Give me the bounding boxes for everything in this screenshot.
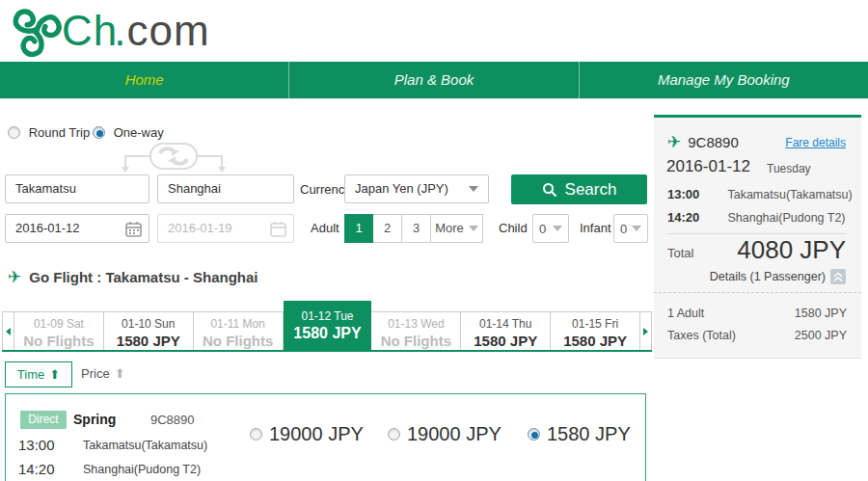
chevron-right-icon xyxy=(643,328,648,335)
date-tab-01-15[interactable]: 01-15 Fri 1580 JPY xyxy=(551,311,640,352)
nav-home[interactable]: Home xyxy=(0,62,289,98)
adult-count-2[interactable]: 2 xyxy=(373,214,402,243)
fare-details-link[interactable]: Fare details xyxy=(785,136,846,149)
return-date-input: 2016-01-19 xyxy=(157,214,294,243)
origin-input[interactable]: Takamatsu xyxy=(5,174,149,203)
chevron-down-icon xyxy=(469,226,478,231)
calendar-disabled-icon xyxy=(270,221,286,237)
one-way-radio[interactable] xyxy=(93,126,105,139)
child-count-select[interactable]: 0 xyxy=(532,214,569,243)
tab-price: No Flights xyxy=(371,333,460,349)
summary-depart-row: 13:00 Takamatsu(Takamatsu) xyxy=(667,185,853,202)
fare-price: 19000 JPY xyxy=(407,423,502,445)
date-tab-01-10[interactable]: 01-10 Sun 1580 JPY xyxy=(104,311,194,352)
sort-time-label: Time xyxy=(17,367,44,382)
search-icon xyxy=(542,182,557,198)
more-label: More xyxy=(435,215,464,242)
infant-count-value: 0 xyxy=(620,222,627,236)
tabs-next-button[interactable] xyxy=(640,311,652,352)
adult-count-more[interactable]: More xyxy=(431,214,483,243)
tab-date: 01-14 Thu xyxy=(461,317,550,331)
summary-arrive-time: 14:20 xyxy=(667,210,723,225)
infant-label: Infant xyxy=(580,221,611,235)
tab-price: 1580 JPY xyxy=(284,325,372,342)
go-flight-title: Go Flight : Takamatsu - Shanghai xyxy=(29,269,258,285)
infant-count-select[interactable]: 0 xyxy=(613,214,648,243)
nav-manage-booking[interactable]: Manage My Booking xyxy=(580,62,868,98)
fare-radio[interactable] xyxy=(250,428,262,441)
header: Ch.com xyxy=(0,0,868,62)
arrive-airport: Shanghai(Pudong T2) xyxy=(83,463,201,476)
fare-option-1[interactable]: 19000 JPY xyxy=(250,423,364,445)
plane-icon: ✈ xyxy=(667,132,681,152)
round-trip-option[interactable]: Round Trip xyxy=(8,125,90,140)
adult-count-3[interactable]: 3 xyxy=(402,214,431,243)
summary-depart-airport: Takamatsu(Takamatsu) xyxy=(727,188,852,201)
round-trip-radio[interactable] xyxy=(8,126,20,139)
logo-suffix: com xyxy=(126,7,209,54)
logo[interactable]: Ch.com xyxy=(10,5,210,57)
tab-price: 1580 JPY xyxy=(551,333,639,349)
depart-time: 13:00 xyxy=(18,437,55,453)
details-label: Details (1 Passenger) xyxy=(710,270,826,283)
child-count-value: 0 xyxy=(539,222,546,236)
collapse-icon[interactable] xyxy=(830,269,846,284)
fare-radio-selected[interactable] xyxy=(528,428,540,441)
sort-by-time-button[interactable]: Time ⬆ xyxy=(5,361,72,387)
tab-date: 01-10 Sun xyxy=(104,317,193,331)
one-way-option[interactable]: One-way xyxy=(93,125,164,140)
fare-radio[interactable] xyxy=(388,428,400,441)
details-toggle[interactable]: Details (1 Passenger) xyxy=(710,269,846,284)
logo-text: Ch.com xyxy=(62,5,210,57)
spring-triskelion-icon xyxy=(10,5,62,57)
logo-prefix: Ch xyxy=(62,7,118,54)
depart-date-value: 2016-01-12 xyxy=(15,221,80,235)
chevron-down-icon xyxy=(632,226,641,231)
summary-arrive-airport: Shanghai(Pudong T2) xyxy=(727,211,845,225)
price-line-taxes: Taxes (Total) 2500 JPY xyxy=(667,329,847,342)
plane-icon: ✈ xyxy=(8,267,21,287)
airline-name: Spring xyxy=(73,412,116,427)
currency-select[interactable]: Japan Yen (JPY) xyxy=(344,174,489,203)
adult-count-1[interactable]: 1 xyxy=(344,214,373,243)
price-line-value: 2500 JPY xyxy=(795,329,847,342)
date-tab-01-14[interactable]: 01-14 Thu 1580 JPY xyxy=(461,311,551,352)
tabs-prev-button[interactable] xyxy=(2,311,14,352)
nav-plan-book[interactable]: Plan & Book xyxy=(289,62,579,98)
tab-price: 1580 JPY xyxy=(104,333,193,349)
calendar-icon[interactable] xyxy=(125,221,142,237)
arrow-up-icon: ⬆ xyxy=(49,367,60,382)
price-line-adult: 1 Adult 1580 JPY xyxy=(667,307,847,320)
fare-option-2[interactable]: 19000 JPY xyxy=(388,423,502,445)
flight-number: 9C8890 xyxy=(150,413,195,427)
date-tab-01-09[interactable]: 01-09 Sat No Flights xyxy=(14,311,104,352)
summary-flight-number: 9C8890 xyxy=(688,134,739,150)
sort-price-label: Price xyxy=(81,366,110,381)
tab-date: 01-15 Fri xyxy=(551,317,639,331)
price-line-value: 1580 JPY xyxy=(795,307,847,320)
total-label: Total xyxy=(667,246,693,260)
arrive-time: 14:20 xyxy=(18,461,55,477)
tab-price: 1580 JPY xyxy=(461,333,550,349)
child-label: Child xyxy=(499,221,528,235)
tab-date: 01-09 Sat xyxy=(14,317,103,331)
currency-label: Currency xyxy=(300,182,351,197)
summary-date: 2016-01-12 xyxy=(666,157,750,176)
summary-depart-time: 13:00 xyxy=(667,187,723,201)
adult-label: Adult xyxy=(311,221,339,235)
depart-date-input[interactable]: 2016-01-12 xyxy=(5,214,149,243)
chevron-left-icon xyxy=(6,328,11,335)
date-tab-01-12-selected[interactable]: 01-12 Tue 1580 JPY xyxy=(284,301,372,352)
destination-input[interactable]: Shanghai xyxy=(157,174,294,203)
sort-by-price-button[interactable]: Price ⬆ xyxy=(81,366,125,381)
booking-summary-panel: ✈ 9C8890 Fare details 2016-01-12 Tuesday… xyxy=(654,115,861,359)
search-button[interactable]: Search xyxy=(511,174,647,204)
date-tab-01-11[interactable]: 01-11 Mon No Flights xyxy=(194,311,284,352)
swap-cities-icon[interactable] xyxy=(96,141,251,174)
tab-price: No Flights xyxy=(194,333,283,349)
fare-option-3-selected[interactable]: 1580 JPY xyxy=(528,423,631,445)
price-line-label: 1 Adult xyxy=(667,307,704,320)
currency-value: Japan Yen (JPY) xyxy=(355,175,448,202)
search-label: Search xyxy=(565,180,617,200)
date-tab-01-13[interactable]: 01-13 Wed No Flights xyxy=(371,311,461,352)
